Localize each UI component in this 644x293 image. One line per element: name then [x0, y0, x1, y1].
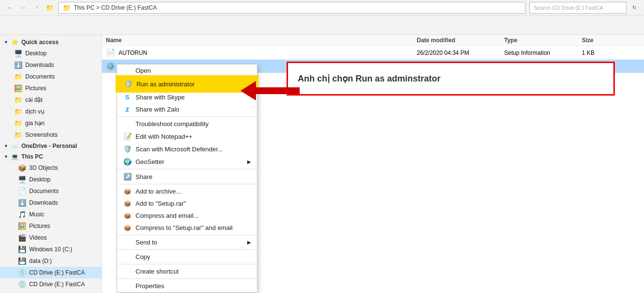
sidebar-item-cddrive-e2[interactable]: 💿 CD Drive (E:) FastCA: [0, 278, 102, 290]
sidebar-section-thispc[interactable]: ▼ 💻 This PC: [0, 151, 102, 162]
documents-icon: 📁: [14, 73, 22, 81]
address-text: This PC > CD Drive (E:) FastCA: [74, 4, 157, 11]
file-name-autorun: 📄 AUTORUN: [106, 48, 417, 57]
sidebar-label: data (D:): [29, 258, 52, 264]
sidebar-label: gia hạn: [25, 120, 45, 127]
context-menu-label: Properties: [136, 282, 164, 290]
col-type[interactable]: Type: [504, 37, 582, 44]
sidebar-label: Downloads: [25, 62, 54, 68]
folder-icon: 📁: [14, 96, 22, 104]
chevron-icon: ▼: [4, 154, 8, 159]
context-menu-share-zalo[interactable]: Z Share with Zalo: [117, 103, 257, 115]
context-menu-label: Send to: [136, 239, 157, 246]
sidebar-item-downloads-pc[interactable]: ⬇️ Downloads: [0, 197, 102, 209]
separator: [117, 116, 257, 117]
sidebar-label: Music: [29, 211, 44, 218]
context-menu-properties[interactable]: Properties: [117, 280, 257, 292]
desktop-icon: 🖥️: [17, 176, 26, 183]
zalo-icon: Z: [123, 107, 132, 113]
search-box[interactable]: Search CD Drive (E:) FastCA: [529, 2, 627, 14]
sidebar-label: Documents: [25, 73, 55, 80]
context-menu-label: Scan with Microsoft Defender...: [136, 146, 223, 153]
forward-button[interactable]: →: [17, 2, 29, 14]
sidebar-item-dichvu[interactable]: 📁 dịch vụ: [0, 106, 102, 117]
context-menu-label: Share with Zalo: [136, 106, 179, 113]
sidebar-item-desktop-pc[interactable]: 🖥️ Desktop: [0, 174, 102, 185]
context-menu-edit-notepad[interactable]: 📝 Edit with Notepad++: [117, 130, 257, 143]
file-date: 26/2/2020 04:34 PM: [417, 49, 504, 56]
refresh-button[interactable]: ↻: [628, 2, 640, 14]
sidebar-item-music[interactable]: 🎵 Music: [0, 209, 102, 220]
context-menu-scan-defender[interactable]: 🛡️ Scan with Microsoft Defender...: [117, 143, 257, 155]
downloads-icon: ⬇️: [17, 199, 26, 207]
thispc-icon: 💻: [11, 153, 18, 160]
col-date[interactable]: Date modified: [417, 37, 504, 44]
sidebar-item-screenshots[interactable]: 📁 Screenshots: [0, 129, 102, 141]
context-menu-copy[interactable]: Copy: [117, 251, 257, 263]
context-menu-troubleshoot[interactable]: Troubleshoot compatibility: [117, 118, 257, 130]
sidebar-item-giahan[interactable]: 📁 gia hạn: [0, 117, 102, 129]
context-menu-geosetter[interactable]: 🌍 GeoSetter ▶: [117, 155, 257, 168]
sidebar-item-caidat[interactable]: 📁 cài đặt: [0, 94, 102, 106]
context-menu-label: Compress to "Setup.rar" and email: [136, 224, 233, 231]
cd-icon: 💿: [17, 269, 26, 277]
pictures-icon: 🖼️: [14, 84, 22, 92]
sidebar-item-windows10[interactable]: 💾 Windows 10 (C:): [0, 244, 102, 255]
sidebar-label: 3D Objects: [29, 164, 58, 171]
folder-icon: 📁: [14, 131, 22, 139]
cd-icon: 💿: [17, 280, 26, 288]
context-menu-label: Add to archive...: [136, 188, 181, 195]
sidebar-item-documents-pc[interactable]: 📄 Documents: [0, 185, 102, 197]
sidebar-item-videos[interactable]: 🎬 Videos: [0, 232, 102, 244]
context-menu-run-as-admin[interactable]: 🛡️ Run as administrator: [117, 77, 257, 91]
chevron-icon: ▼: [4, 144, 8, 148]
context-menu-compress-setup-email[interactable]: 📦 Compress to "Setup.rar" and email: [117, 222, 257, 234]
context-menu-label: Run as administrator: [136, 81, 195, 88]
context-menu-add-setup-rar[interactable]: 📦 Add to "Setup.rar": [117, 197, 257, 210]
sidebar-label: Documents: [29, 188, 59, 195]
file-size: 1 KB: [582, 49, 621, 56]
separator: [117, 169, 257, 169]
sidebar-section-onedrive[interactable]: ▼ ☁️ OneDrive - Personal: [0, 141, 102, 151]
sidebar-item-datad[interactable]: 💾 data (D:): [0, 255, 102, 267]
context-menu-label: Edit with Notepad++: [136, 133, 192, 140]
up-button[interactable]: ↑: [31, 2, 43, 14]
main-layout: ▼ ⭐ Quick access 🖥️ Desktop 📌 ⬇️ Downloa…: [0, 35, 644, 293]
sidebar-section-quick-access[interactable]: ▼ ⭐ Quick access: [0, 37, 102, 48]
context-menu-label: GeoSetter: [136, 158, 164, 165]
address-bar[interactable]: 📁 This PC > CD Drive (E:) FastCA: [58, 2, 525, 14]
arrow-icon: ▶: [247, 240, 251, 245]
col-size[interactable]: Size: [582, 37, 621, 44]
sidebar-label: Desktop: [25, 50, 47, 57]
sidebar-item-pictures-pc[interactable]: 🖼️ Pictures: [0, 220, 102, 232]
sidebar-item-documents-quick[interactable]: 📁 Documents 📌: [0, 71, 102, 82]
table-row[interactable]: 📄 AUTORUN 26/2/2020 04:34 PM Setup Infor…: [102, 46, 644, 60]
context-menu-compress-email[interactable]: 📦 Compress and email...: [117, 210, 257, 222]
context-menu-send-to[interactable]: Send to ▶: [117, 236, 257, 248]
col-name[interactable]: Name: [106, 37, 417, 44]
annotation-text: Anh chị chọn Run as adminstrator: [298, 73, 441, 84]
context-menu-add-archive[interactable]: 📦 Add to archive...: [117, 185, 257, 197]
context-menu-share[interactable]: ↗️ Share: [117, 170, 257, 183]
file-name-text: AUTORUN: [119, 49, 147, 56]
context-menu-label: Share: [136, 173, 153, 180]
sidebar-label: Pictures: [25, 85, 46, 92]
folder-icon: 📁: [46, 4, 54, 12]
context-menu-share-skype[interactable]: S Share with Skype: [117, 91, 257, 103]
sidebar-item-downloads-quick[interactable]: ⬇️ Downloads 📌: [0, 59, 102, 71]
context-menu-open[interactable]: Open: [117, 65, 257, 77]
sidebar-item-cddrive-e1[interactable]: 💿 CD Drive (E:) FastCA: [0, 267, 102, 278]
separator: [117, 264, 257, 264]
file-table-header: Name Date modified Type Size: [102, 35, 644, 46]
sidebar-item-desktop-quick[interactable]: 🖥️ Desktop 📌: [0, 48, 102, 59]
context-menu-create-shortcut[interactable]: Create shortcut: [117, 265, 257, 277]
context-menu-label: Copy: [136, 253, 150, 260]
onedrive-icon: ☁️: [11, 143, 18, 149]
file-icon: 📄: [106, 48, 116, 57]
sidebar-item-pictures-quick[interactable]: 🖼️ Pictures 📌: [0, 82, 102, 94]
sidebar-label: cài đặt: [25, 97, 43, 103]
sidebar-item-3dobjects[interactable]: 📦 3D Objects: [0, 162, 102, 174]
drive-icon: 💾: [17, 257, 26, 265]
back-button[interactable]: ←: [4, 2, 16, 14]
context-menu-label: Share with Skype: [136, 94, 185, 101]
